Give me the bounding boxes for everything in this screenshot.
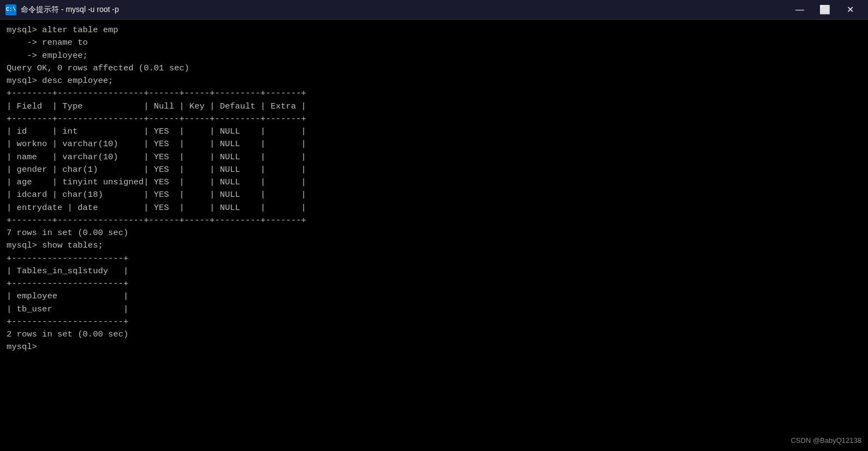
terminal-body[interactable]: mysql> alter table emp -> rename to -> e… bbox=[0, 20, 868, 451]
terminal-line-entrydate: | entrydate | date | YES | | NULL | | bbox=[7, 202, 861, 214]
terminal-line-table-end: +--------+-----------------+------+-----… bbox=[7, 214, 861, 227]
window-controls: — ⬜ ✕ bbox=[787, 0, 863, 20]
terminal-prompt: mysql> bbox=[7, 341, 861, 353]
terminal-line-idcard: | idcard | char(18) | YES | | NULL | | bbox=[7, 189, 861, 201]
terminal-line-id: | id | int | YES | | NULL | | bbox=[7, 125, 861, 138]
close-button[interactable]: ✕ bbox=[837, 0, 863, 20]
terminal-line-gender: | gender | char(1) | YES | | NULL | | bbox=[7, 164, 861, 176]
terminal-line-rowcount2: 2 rows in set (0.00 sec) bbox=[7, 328, 861, 341]
terminal-line-2: mysql> alter table emp bbox=[7, 24, 861, 37]
terminal-line-7: mysql> desc employee; bbox=[7, 75, 861, 87]
terminal-line-t3: +----------------------+ bbox=[7, 278, 861, 290]
terminal-line-show: mysql> show tables; bbox=[7, 239, 861, 252]
minimize-button[interactable]: — bbox=[787, 0, 812, 20]
terminal-line-age: | age | tinyint unsigned| YES | | NULL |… bbox=[7, 176, 861, 189]
watermark: CSDN @BabyQ12138 bbox=[790, 436, 861, 444]
terminal-window: C:\ 命令提示符 - mysql -u root -p — ⬜ ✕ mysql… bbox=[0, 0, 868, 451]
maximize-button[interactable]: ⬜ bbox=[812, 0, 837, 20]
terminal-line-8: +--------+-----------------+------+-----… bbox=[7, 87, 861, 100]
window-title: 命令提示符 - mysql -u root -p bbox=[21, 5, 787, 15]
terminal-line-9: | Field | Type | Null | Key | Default | … bbox=[7, 100, 861, 113]
terminal-line-5: Query OK, 0 rows affected (0.01 sec) bbox=[7, 62, 861, 75]
app-icon: C:\ bbox=[5, 4, 16, 15]
terminal-line-name: | name | varchar(10) | YES | | NULL | | bbox=[7, 151, 861, 164]
terminal-line-workno: | workno | varchar(10) | YES | | NULL | … bbox=[7, 138, 861, 151]
terminal-line-t2: | Tables_in_sqlstudy | bbox=[7, 265, 861, 278]
terminal-line-4: -> employee; bbox=[7, 50, 861, 62]
terminal-line-tbuser: | tb_user | bbox=[7, 303, 861, 316]
terminal-line-t1: +----------------------+ bbox=[7, 252, 861, 265]
terminal-line-rowcount1: 7 rows in set (0.00 sec) bbox=[7, 227, 861, 239]
terminal-line-10: +--------+-----------------+------+-----… bbox=[7, 113, 861, 125]
title-bar: C:\ 命令提示符 - mysql -u root -p — ⬜ ✕ bbox=[0, 0, 868, 20]
terminal-line-t4: +----------------------+ bbox=[7, 316, 861, 328]
terminal-line-employee: | employee | bbox=[7, 290, 861, 303]
terminal-line-3: -> rename to bbox=[7, 37, 861, 49]
